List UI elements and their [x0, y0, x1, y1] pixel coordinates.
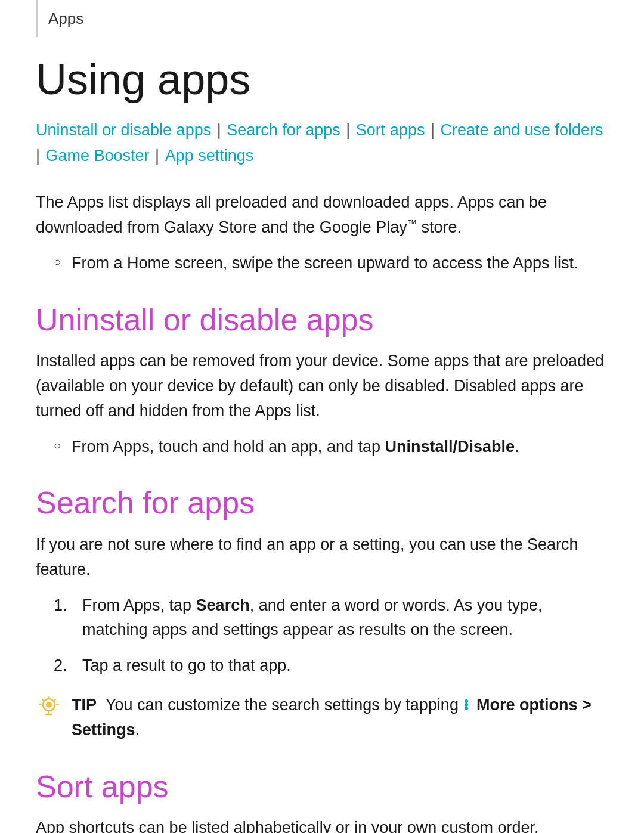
svg-line-6: [42, 699, 44, 701]
tip-icon-search: [36, 694, 62, 728]
more-options-icon-1: [465, 699, 470, 710]
uninstall-bullet-text: From Apps, touch and hold an app, and ta…: [72, 435, 519, 460]
nav-link-gamebooster[interactable]: Game Booster: [46, 147, 150, 165]
breadcrumb: Apps: [36, 0, 608, 37]
search-body: If you are not sure where to find an app…: [36, 532, 608, 583]
search-tip-bold: More options > Settings: [72, 696, 592, 739]
uninstall-body: Installed apps can be removed from your …: [36, 349, 608, 424]
svg-line-7: [54, 699, 55, 701]
page-title: Using apps: [36, 55, 608, 104]
section-heading-uninstall: Uninstall or disable apps: [36, 301, 608, 338]
nav-separator-4: |: [36, 147, 45, 165]
step-number-1: 1.: [54, 593, 82, 618]
bullet-circle-icon-2: ○: [54, 436, 61, 455]
nav-links: Uninstall or disable apps | Search for a…: [36, 117, 608, 169]
search-step-1: 1. From Apps, tap Search, and enter a wo…: [54, 593, 608, 643]
bullet-circle-icon: ○: [54, 253, 61, 271]
search-bold: Search: [196, 596, 250, 614]
nav-link-search[interactable]: Search for apps: [227, 121, 340, 139]
page-container: Apps Using apps Uninstall or disable app…: [0, 0, 644, 833]
step-number-2: 2.: [54, 654, 82, 679]
nav-separator-2: |: [342, 121, 355, 139]
intro-bullet: ○ From a Home screen, swipe the screen u…: [54, 251, 608, 276]
section-heading-sort: Sort apps: [36, 768, 608, 805]
nav-separator-1: |: [212, 121, 225, 139]
nav-link-folders[interactable]: Create and use folders: [440, 121, 603, 139]
search-tip-text: TIP You can customize the search setting…: [72, 693, 608, 743]
tip-word: TIP: [72, 696, 97, 714]
intro-paragraph: The Apps list displays all preloaded and…: [36, 190, 608, 240]
search-tip: TIP You can customize the search setting…: [36, 693, 608, 743]
section-heading-search: Search for apps: [36, 484, 608, 521]
nav-link-appsettings[interactable]: App settings: [165, 147, 254, 165]
nav-link-sort[interactable]: Sort apps: [356, 121, 425, 139]
sort-body: App shortcuts can be listed alphabetical…: [36, 816, 608, 833]
uninstall-bold: Uninstall/Disable: [385, 438, 515, 456]
breadcrumb-text: Apps: [48, 10, 83, 27]
uninstall-bullet: ○ From Apps, touch and hold an app, and …: [54, 435, 608, 460]
nav-link-uninstall[interactable]: Uninstall or disable apps: [36, 121, 211, 139]
search-numbered-list: 1. From Apps, tap Search, and enter a wo…: [54, 593, 608, 679]
intro-bullet-text: From a Home screen, swipe the screen upw…: [72, 251, 578, 276]
nav-separator-5: |: [151, 147, 164, 165]
svg-point-8: [46, 702, 52, 708]
search-step-2: 2. Tap a result to go to that app.: [54, 654, 608, 679]
nav-separator-3: |: [426, 121, 439, 139]
search-step-1-text: From Apps, tap Search, and enter a word …: [82, 593, 608, 643]
search-step-2-text: Tap a result to go to that app.: [82, 654, 291, 679]
